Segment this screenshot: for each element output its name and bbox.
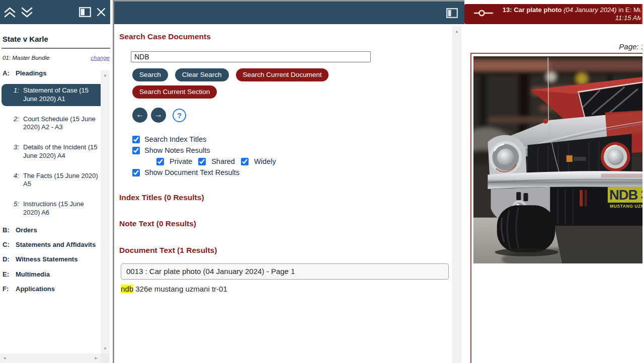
document-viewer: 13: Car plate photo (04 January 2024) in… <box>464 0 642 363</box>
scrollbar-corner <box>101 353 110 363</box>
index-entry-label: Details of the Incident (15 June 2020) A… <box>23 143 102 160</box>
show-notes-results-checkbox[interactable] <box>132 147 140 154</box>
split-view-icon[interactable] <box>446 8 458 18</box>
sidebar-horizontal-scrollbar[interactable]: ◄ ► <box>0 353 101 363</box>
app-window: State v Karle 01: Master Bundle change A… <box>0 0 644 363</box>
search-panel: Search Case Documents Search Clear Searc… <box>114 0 464 363</box>
index-entry[interactable]: F: Applications <box>3 285 113 293</box>
document-location: in E: Mu <box>618 6 642 14</box>
search-buttons-row-2: Search Current Section <box>132 85 464 99</box>
index-entry[interactable]: D: Witness Statements <box>3 255 113 263</box>
option-show-notes-results[interactable]: Show Notes Results <box>132 145 464 156</box>
result-snippet: ndb 326e mustang uzmani tr-01 <box>121 285 464 293</box>
index-entry[interactable]: E: Multimedia <box>3 270 113 279</box>
title-divider <box>2 48 110 49</box>
index-entry-label: Instructions (15 June 2020) A6 <box>23 200 102 217</box>
index-entry-number: E: <box>3 270 16 279</box>
document-page: NDB 3 MUSTANG UZM <box>470 53 642 363</box>
scroll-left-icon[interactable]: ◄ <box>3 356 7 360</box>
index-entry[interactable]: A: Pleadings <box>3 69 113 77</box>
document-pin-icon[interactable] <box>473 8 494 20</box>
index-entry-label: Pleadings <box>16 69 46 77</box>
index-entry-label: Orders <box>16 226 37 234</box>
close-icon[interactable] <box>96 7 107 18</box>
car-photo-illustration: NDB 3 MUSTANG UZM <box>473 56 642 263</box>
pane-edge-line <box>641 4 642 24</box>
index-entry-label: Applications <box>16 285 55 293</box>
help-icon[interactable]: ? <box>173 109 186 122</box>
index-entry[interactable]: 3: Details of the Incident (15 June 2020… <box>2 141 105 163</box>
snippet-highlight: ndb <box>121 285 133 293</box>
index-entry-number: 4: <box>14 172 23 180</box>
index-entry-number: D: <box>3 255 16 263</box>
search-button[interactable]: Search <box>132 68 168 81</box>
case-title: State v Karle <box>3 35 113 43</box>
index-entry[interactable]: 5: Instructions (15 June 2020) A6 <box>2 198 105 220</box>
show-document-text-results-checkbox[interactable] <box>132 169 140 176</box>
note-text-results-heading: Note Text (0 Results) <box>119 219 464 228</box>
scroll-right-icon[interactable]: ► <box>94 356 98 360</box>
option-show-document-text-results[interactable]: Show Document Text Results <box>132 167 464 178</box>
next-result-button[interactable]: → <box>151 108 166 123</box>
search-buttons-row: Search Clear Search Search Current Docum… <box>132 68 464 81</box>
sidebar-body: State v Karle 01: Master Bundle change A… <box>0 35 113 293</box>
index-entry-number: 3: <box>14 143 23 151</box>
index-entry-number: F: <box>3 285 16 293</box>
document-title: 13: Car plate photo <box>503 6 562 14</box>
document-date: (04 January 2024) <box>564 6 617 14</box>
scroll-down-icon[interactable]: ▼ <box>103 346 107 351</box>
notes-scope-options: Private Shared Widely <box>156 156 464 167</box>
document-header: 13: Car plate photo (04 January 2024) in… <box>464 4 642 24</box>
previous-result-button[interactable]: ← <box>132 108 147 123</box>
change-bundle-link[interactable]: change <box>91 55 110 61</box>
search-panel-scrollbar[interactable]: ▲ <box>452 26 461 363</box>
license-plate: NDB 3 MUSTANG UZM <box>608 187 642 210</box>
index-entry-number: 1: <box>14 86 23 95</box>
sidebar-vertical-scrollbar[interactable]: ▲ ▼ <box>101 70 110 353</box>
index-entry-number: C: <box>3 241 16 249</box>
case-index-list: A: Pleadings 1: Statement of Case (15 Ju… <box>2 69 113 293</box>
index-entry-label: Statement of Case (15 June 2020) A1 <box>23 86 102 103</box>
page-number-label: Page: 1 <box>619 42 642 51</box>
index-entry[interactable]: C: Statements and Affidavits <box>3 241 113 249</box>
index-entry[interactable]: 2: Court Schedule (15 June 2020) A2 - A3 <box>2 113 105 135</box>
index-entry-label: Court Schedule (15 June 2020) A2 - A3 <box>23 115 102 132</box>
document-text-results-heading: Document Text (1 Results) <box>119 246 464 255</box>
shared-checkbox[interactable] <box>198 158 206 165</box>
sidebar-toolbar <box>0 0 110 24</box>
bundle-label: 01: Master Bundle <box>3 55 49 61</box>
document-hit-result[interactable]: 0013 : Car plate photo (04 January 2024)… <box>121 263 449 280</box>
clear-search-button[interactable]: Clear Search <box>175 68 229 81</box>
index-entry-label: Statements and Affidavits <box>16 241 96 249</box>
search-title: Search Case Documents <box>119 32 464 41</box>
index-entry[interactable]: 4: The Facts (15 June 2020) A5 <box>2 169 105 192</box>
license-plate-subtext: MUSTANG UZM <box>610 204 642 209</box>
scroll-up-icon[interactable]: ▲ <box>455 29 459 34</box>
search-current-document-button[interactable]: Search Current Document <box>236 68 329 81</box>
search-panel-toolbar <box>114 0 464 24</box>
result-navigation: ← → ? <box>132 108 464 123</box>
index-entry-number: 2: <box>14 115 23 123</box>
split-view-icon[interactable] <box>79 7 91 17</box>
index-entry-label: The Facts (15 June 2020) A5 <box>23 172 102 189</box>
search-options: Search Index Titles Show Notes Results P… <box>132 134 464 178</box>
private-checkbox[interactable] <box>156 158 164 165</box>
expand-all-icon[interactable] <box>21 7 33 18</box>
index-entry[interactable]: 1: Statement of Case (15 June 2020) A1 <box>2 84 105 106</box>
case-index-sidebar: State v Karle 01: Master Bundle change A… <box>0 0 114 363</box>
option-search-index-titles[interactable]: Search Index Titles <box>132 134 464 145</box>
index-titles-results-heading: Index Titles (0 Results) <box>119 193 464 202</box>
widely-checkbox[interactable] <box>241 158 249 165</box>
license-plate-text: NDB 3 <box>609 187 642 203</box>
index-entry[interactable]: B: Orders <box>3 226 113 234</box>
document-time: 11:15 AM <box>494 14 642 22</box>
search-current-section-button[interactable]: Search Current Section <box>132 85 217 99</box>
index-entry-number: 5: <box>14 200 23 208</box>
collapse-all-icon[interactable] <box>4 7 16 18</box>
index-entry-label: Witness Statements <box>16 255 77 263</box>
search-input[interactable] <box>131 51 371 62</box>
index-entry-label: Multimedia <box>16 270 50 279</box>
scroll-up-icon[interactable]: ▲ <box>103 73 107 77</box>
bundle-row: 01: Master Bundle change <box>3 55 110 61</box>
search-index-titles-checkbox[interactable] <box>132 136 140 143</box>
